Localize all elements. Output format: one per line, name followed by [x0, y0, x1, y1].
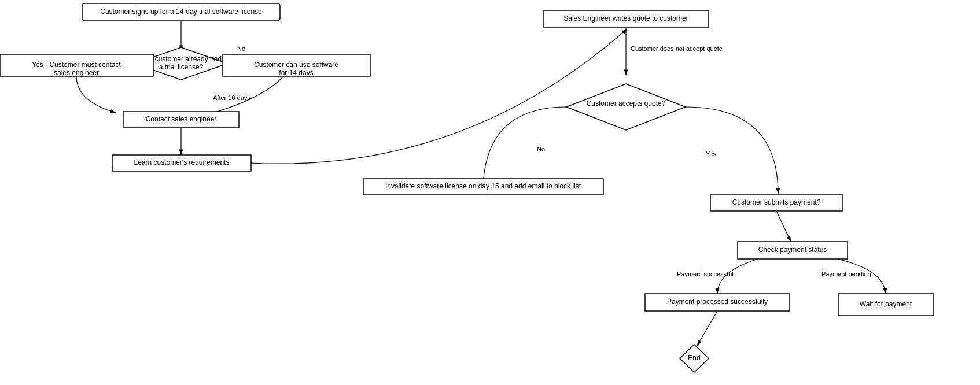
not-accept-label: Customer does not accept quote — [631, 45, 723, 52]
sales-eng-label: Sales Engineer writes quote to customer — [563, 14, 688, 23]
arrow-diamond-to-invalidate — [483, 107, 566, 187]
submits-label: Customer submits payment? — [732, 198, 821, 206]
wait-payment-label: Wait for payment — [860, 300, 912, 308]
check-payment-label: Check payment status — [758, 246, 827, 254]
arrow-submits-to-check — [776, 211, 791, 242]
no2-label: No — [537, 146, 545, 153]
arrow-success-to-end — [697, 311, 717, 346]
customer-use-label: Customer can use software — [254, 61, 338, 69]
trial-diamond-label2: a trial license? — [159, 63, 204, 71]
arrow-yes-to-contact — [76, 76, 116, 113]
yes2-label: Yes — [706, 150, 716, 157]
payment-pending-label: Payment pending — [821, 271, 871, 277]
contact-sales-label: Contact sales engineer — [146, 115, 217, 123]
flowchart-diagram: Customer signs up for a 14-day trial sof… — [0, 0, 980, 385]
yes-box-label: Yes - Customer must contact — [32, 61, 121, 69]
no-label: No — [237, 45, 245, 52]
after10-label: After 10 days — [213, 94, 250, 101]
invalidate-label: Invalidate software license on day 15 an… — [385, 182, 581, 190]
learn-req-label: Learn customer's requirements — [134, 158, 229, 166]
payment-success-label: Payment processed successfully — [667, 298, 768, 306]
customer-use-label2: for 14 days — [279, 69, 313, 77]
arrow-learn-to-sales — [251, 29, 627, 164]
arrow-diamond-to-submits — [686, 107, 778, 194]
yes-box-label2: sales engineer — [54, 69, 99, 77]
start-label: Customer signs up for a 14-day trial sof… — [100, 8, 262, 16]
end-label: End — [688, 354, 700, 362]
accepts-diamond-label: Customer accepts quote? — [587, 99, 666, 108]
